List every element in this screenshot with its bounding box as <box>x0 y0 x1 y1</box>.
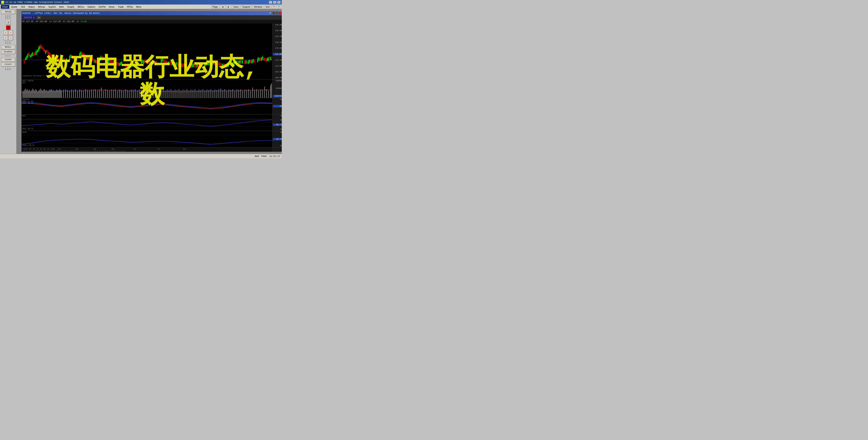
rsi-current: 65.71 <box>273 124 282 126</box>
svg-rect-65 <box>66 58 67 61</box>
svg-rect-299 <box>145 89 146 98</box>
svg-rect-293 <box>133 90 133 98</box>
rsi-panel[interactable]: RSi= 65.71 RSi 75 <box>22 114 282 131</box>
exit-button[interactable]: Exit <box>264 5 271 9</box>
save-button[interactable]: Save <box>232 5 240 9</box>
title-text: CQG Integrated Client 2020 <box>34 1 69 3</box>
svg-rect-141 <box>170 62 171 65</box>
title-controls: − □ × <box>269 1 281 4</box>
svg-rect-227 <box>31 90 32 98</box>
svg-rect-320 <box>187 89 187 98</box>
close-icon2[interactable]: ✕ <box>8 31 13 35</box>
svg-rect-231 <box>35 89 36 98</box>
menu-mscan[interactable]: MScan <box>36 5 46 9</box>
svg-rect-142 <box>172 62 173 65</box>
svg-text:16: 16 <box>33 148 35 150</box>
menu-more[interactable]: More <box>135 5 143 9</box>
menu-supsrv[interactable]: SupSrv <box>47 5 57 9</box>
menu-chart[interactable]: Chart <box>1 5 9 9</box>
svg-rect-226 <box>30 91 31 98</box>
volume-panel[interactable]: Vol= 36378 Ol= <box>22 79 282 98</box>
resci-button[interactable]: ReSci <box>1 45 15 49</box>
symbol-label[interactable]: KCEZ20.D <box>22 16 36 19</box>
maximize-button[interactable]: □ <box>273 1 276 4</box>
list-button[interactable]: <list> <box>1 62 15 67</box>
svg-rect-60 <box>59 58 59 62</box>
svg-rect-172 <box>214 62 215 65</box>
close-icon4[interactable]: ✕ <box>8 36 13 40</box>
help-icon-button[interactable]: ? <box>272 5 276 9</box>
sstoch-panel[interactable]: SStoch SSK= 37.01 SSD= 35.21 50 <box>22 98 282 114</box>
hvol-25: 25 <box>273 145 282 147</box>
close-icon1[interactable]: ✕ <box>3 31 8 35</box>
svg-rect-196 <box>249 60 250 63</box>
sidebar-icon-row1: ✕ ✕ <box>3 31 13 35</box>
chart-tool-btn1[interactable]: ▼ <box>37 16 41 19</box>
prev-page-button[interactable]: ◄ <box>220 5 225 9</box>
hvol-panel[interactable]: HVOL= 35.71 HVol 50 35.71 25 <box>22 131 282 147</box>
svg-rect-247 <box>51 89 52 98</box>
menu-news[interactable]: News <box>107 5 116 9</box>
menu-ordtkt[interactable]: OrdTkt <box>97 5 107 9</box>
svg-rect-145 <box>175 62 176 66</box>
svg-rect-349 <box>244 90 245 98</box>
svg-rect-317 <box>181 91 181 98</box>
studies-button[interactable]: Studies <box>1 50 15 54</box>
svg-rect-210 <box>266 58 267 62</box>
setup-button[interactable]: Setup <box>1 10 15 14</box>
menu-rfqs[interactable]: RFQs <box>125 5 134 9</box>
minimize-button[interactable]: − <box>269 1 272 4</box>
svg-text:2020: 2020 <box>51 148 55 150</box>
svg-rect-160 <box>196 64 197 67</box>
sidebar-icon-row2: ✕ ✕ <box>3 36 13 40</box>
menu-status[interactable]: Status <box>27 5 36 9</box>
svg-rect-138 <box>167 61 168 64</box>
rsi-axis: 75 50 65.71 25 <box>272 115 282 131</box>
svg-rect-122 <box>146 60 147 63</box>
menu-trade[interactable]: Trade <box>116 5 125 9</box>
menu-options[interactable]: Options <box>86 5 97 9</box>
date-axis-svg: |25 02 09 16 23 30 02 06 2020 Feb Mar Ap… <box>22 148 272 152</box>
price-145: 145.00 <box>273 24 282 26</box>
chart-search-icon[interactable]: 🔍 <box>269 12 272 14</box>
svg-rect-229 <box>33 90 34 98</box>
svg-rect-179 <box>224 64 225 67</box>
chart-body[interactable]: 数码电器行业动态, 数 <box>22 24 282 152</box>
svg-rect-319 <box>185 90 185 98</box>
svg-rect-230 <box>34 91 35 98</box>
print-icon[interactable]: 🖨 <box>6 20 10 25</box>
menu-snapq[interactable]: SnapQ <box>66 5 75 9</box>
menu-quote[interactable]: Quote <box>10 5 19 9</box>
svg-rect-279 <box>105 89 105 98</box>
svg-rect-361 <box>268 91 269 98</box>
support-button[interactable]: Support <box>241 5 252 9</box>
svg-rect-339 <box>224 89 225 98</box>
svg-text:|25  02  09  16  23  30|02 06 : |25 02 09 16 23 30|02 06 13 21 27 03 10 … <box>23 150 126 152</box>
price-panel[interactable]: Commodity Exchange V... Y... 145.00 140.… <box>22 24 282 79</box>
svg-rect-117 <box>137 62 138 65</box>
svg-rect-310 <box>167 90 167 98</box>
chart-minimize-button[interactable]: _ <box>272 12 275 14</box>
menu-ts[interactable]: T&S <box>19 5 26 9</box>
svg-rect-249 <box>53 90 54 98</box>
svg-rect-129 <box>154 61 155 64</box>
svg-rect-111 <box>130 63 131 67</box>
close-icon3[interactable]: ✕ <box>3 36 8 40</box>
svg-rect-147 <box>178 63 179 67</box>
menu-allcon[interactable]: AllCon <box>76 5 86 9</box>
next-page-button[interactable]: ► <box>226 5 231 9</box>
svg-rect-344 <box>235 91 235 98</box>
intd-button[interactable]: <IntD> <box>1 58 15 62</box>
menu-alert[interactable]: Alert <box>58 5 65 9</box>
close-button[interactable]: × <box>277 1 281 4</box>
svg-rect-326 <box>199 90 199 98</box>
page-button[interactable]: Page <box>211 5 219 9</box>
chart-close-button[interactable]: × <box>279 12 282 14</box>
chart-maximize-button[interactable]: □ <box>276 12 278 14</box>
svg-rect-96 <box>111 60 112 63</box>
svg-rect-270 <box>87 90 88 98</box>
svg-rect-57 <box>55 57 56 60</box>
help2-icon-button[interactable]: ? <box>277 5 281 9</box>
record-icon[interactable]: ● <box>6 25 10 30</box>
window-button[interactable]: Window <box>252 5 264 9</box>
